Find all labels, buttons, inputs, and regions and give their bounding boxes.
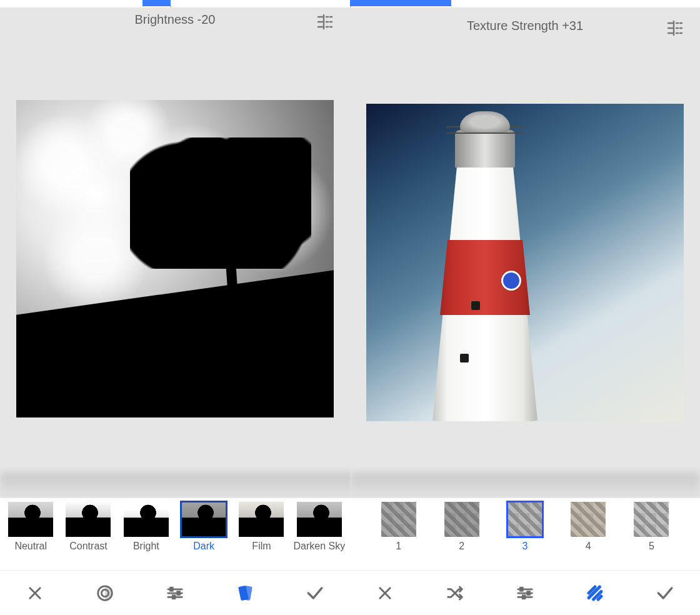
image-canvas-area[interactable] xyxy=(0,45,350,498)
preset-thumbnail xyxy=(181,502,226,537)
shuffle-icon xyxy=(446,584,464,602)
texture-preset-5[interactable]: 5 xyxy=(634,502,669,552)
preset-label: 3 xyxy=(522,541,528,552)
texture-button[interactable] xyxy=(581,579,609,607)
shuffle-button[interactable] xyxy=(441,579,469,607)
check-icon xyxy=(655,583,675,603)
adjustment-label: Texture Strength +31 xyxy=(467,19,583,33)
focus-point[interactable] xyxy=(501,271,521,291)
lens-icon xyxy=(96,584,114,602)
preset-label: Film xyxy=(252,541,271,552)
preset-strip: Neutral Contrast Bright Dark Film Darken… xyxy=(0,498,350,570)
preset-label: 4 xyxy=(586,541,591,552)
preset-thumbnail xyxy=(508,502,542,537)
preset-label: 1 xyxy=(396,541,401,552)
editor-pane-left: Brightness -20 Neutral Contrast Bri xyxy=(0,0,350,615)
compare-icon xyxy=(316,14,335,30)
compare-button[interactable] xyxy=(665,18,686,39)
preset-thumbnail xyxy=(381,502,416,537)
close-icon xyxy=(376,584,394,602)
svg-rect-9 xyxy=(522,595,525,598)
compare-icon xyxy=(666,20,685,36)
texture-preset-1[interactable]: 1 xyxy=(381,502,416,552)
svg-rect-8 xyxy=(528,591,530,594)
bottom-toolbar xyxy=(0,570,350,615)
apply-button[interactable] xyxy=(651,579,679,607)
preset-thumbnail xyxy=(239,502,284,537)
adjustment-header: Brightness -20 xyxy=(0,8,350,45)
close-icon xyxy=(26,584,44,602)
texture-preset-4[interactable]: 4 xyxy=(571,502,606,552)
tune-button[interactable] xyxy=(511,579,539,607)
lighthouse-decoration xyxy=(460,354,469,362)
preset-bright[interactable]: Bright xyxy=(119,502,173,552)
adjustment-label: Brightness -20 xyxy=(135,12,216,27)
lighthouse-decoration xyxy=(471,301,480,310)
svg-rect-4 xyxy=(172,595,175,598)
preset-label: Bright xyxy=(133,541,159,552)
tree-decoration xyxy=(130,138,311,269)
preset-contrast[interactable]: Contrast xyxy=(61,502,115,552)
preset-thumbnail xyxy=(571,502,606,537)
preset-thumbnail xyxy=(66,502,111,537)
preset-label: Darken Sky xyxy=(293,541,345,552)
tune-button[interactable] xyxy=(161,579,189,607)
preset-label: 2 xyxy=(459,541,464,552)
preview-image[interactable] xyxy=(366,104,684,421)
slider-thumb[interactable] xyxy=(350,0,451,6)
preset-neutral[interactable]: Neutral xyxy=(4,502,58,552)
preset-film[interactable]: Film xyxy=(234,502,288,552)
value-slider[interactable] xyxy=(0,0,350,8)
preset-label: Dark xyxy=(193,541,214,552)
preset-label: Neutral xyxy=(14,541,47,552)
lighthouse-decoration xyxy=(422,240,548,315)
styles-button[interactable] xyxy=(231,579,259,607)
preset-thumbnail xyxy=(444,502,479,537)
preview-image[interactable] xyxy=(16,100,334,418)
preset-strip: 1 2 3 4 5 xyxy=(350,498,700,570)
apply-button[interactable] xyxy=(301,579,329,607)
texture-preset-2[interactable]: 2 xyxy=(444,502,479,552)
editor-pane-right: Texture Strength +31 1 xyxy=(350,0,700,615)
cancel-button[interactable] xyxy=(371,579,399,607)
preset-label: Contrast xyxy=(69,541,107,552)
cancel-button[interactable] xyxy=(21,579,49,607)
preset-darken-sky[interactable]: Darken Sky xyxy=(292,502,346,552)
preset-dark[interactable]: Dark xyxy=(177,502,231,552)
sliders-icon xyxy=(516,584,534,602)
hatch-icon xyxy=(586,584,604,602)
preset-label: 5 xyxy=(649,541,654,552)
swatch-icon xyxy=(236,584,254,602)
texture-preset-3[interactable]: 3 xyxy=(508,502,542,552)
sliders-icon xyxy=(166,584,184,602)
preset-thumbnail xyxy=(124,502,169,537)
slider-thumb[interactable] xyxy=(142,0,171,6)
canvas-shadow xyxy=(0,472,350,498)
adjustment-header: Texture Strength +31 xyxy=(350,8,700,52)
bottom-toolbar xyxy=(350,570,700,615)
compare-button[interactable] xyxy=(315,11,336,32)
lighthouse-decoration xyxy=(455,130,515,168)
canvas-shadow xyxy=(350,472,700,498)
check-icon xyxy=(305,583,325,603)
lens-button[interactable] xyxy=(91,579,119,607)
svg-rect-2 xyxy=(171,588,173,591)
preset-thumbnail xyxy=(297,502,342,537)
lighthouse-decoration xyxy=(460,111,510,132)
image-canvas-area[interactable] xyxy=(350,52,700,498)
svg-rect-3 xyxy=(178,591,180,594)
preset-thumbnail xyxy=(8,502,53,537)
preset-thumbnail xyxy=(634,502,669,537)
svg-rect-7 xyxy=(521,588,523,591)
value-slider[interactable] xyxy=(350,0,700,8)
